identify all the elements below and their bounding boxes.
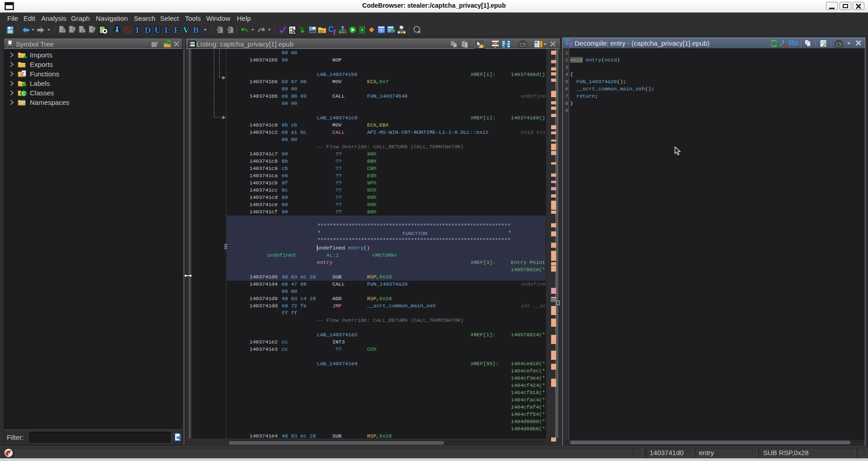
svg-text:DT: DT: [320, 29, 324, 33]
svg-text:C: C: [22, 91, 26, 96]
